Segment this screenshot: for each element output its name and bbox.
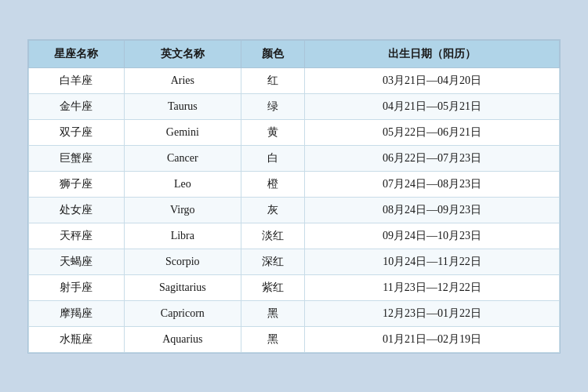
cell-date-8: 11月23日—12月22日 xyxy=(305,274,560,300)
cell-cn-0: 白羊座 xyxy=(29,67,125,93)
cell-color-7: 深红 xyxy=(241,249,304,274)
cell-cn-5: 处女座 xyxy=(29,197,125,223)
cell-color-1: 绿 xyxy=(241,93,304,119)
cell-cn-7: 天蝎座 xyxy=(29,249,125,274)
table-row: 天蝎座Scorpio深红10月24日—11月22日 xyxy=(29,249,560,274)
cell-en-1: Taurus xyxy=(124,93,241,119)
cell-color-0: 红 xyxy=(241,67,304,93)
table-row: 天秤座Libra淡红09月24日—10月23日 xyxy=(29,223,560,249)
table-row: 水瓶座Aquarius黑01月21日—02月19日 xyxy=(29,326,560,352)
zodiac-table: 星座名称 英文名称 颜色 出生日期（阳历） 白羊座Aries红03月21日—04… xyxy=(28,40,560,353)
table-row: 狮子座Leo橙07月24日—08月23日 xyxy=(29,171,560,197)
zodiac-table-wrapper: 星座名称 英文名称 颜色 出生日期（阳历） 白羊座Aries红03月21日—04… xyxy=(27,39,561,354)
cell-color-9: 黑 xyxy=(241,300,304,326)
cell-en-0: Aries xyxy=(124,67,241,93)
cell-cn-1: 金牛座 xyxy=(29,93,125,119)
cell-en-5: Virgo xyxy=(124,197,241,223)
cell-date-3: 06月22日—07月23日 xyxy=(305,145,560,171)
table-row: 金牛座Taurus绿04月21日—05月21日 xyxy=(29,93,560,119)
cell-color-8: 紫红 xyxy=(241,274,304,300)
cell-date-0: 03月21日—04月20日 xyxy=(305,67,560,93)
cell-cn-6: 天秤座 xyxy=(29,223,125,249)
cell-en-10: Aquarius xyxy=(124,326,241,352)
table-row: 巨蟹座Cancer白06月22日—07月23日 xyxy=(29,145,560,171)
cell-en-7: Scorpio xyxy=(124,249,241,274)
cell-cn-8: 射手座 xyxy=(29,274,125,300)
cell-en-6: Libra xyxy=(124,223,241,249)
cell-cn-4: 狮子座 xyxy=(29,171,125,197)
header-color: 颜色 xyxy=(241,40,304,67)
cell-color-2: 黄 xyxy=(241,119,304,145)
cell-color-6: 淡红 xyxy=(241,223,304,249)
cell-date-2: 05月22日—06月21日 xyxy=(305,119,560,145)
cell-cn-3: 巨蟹座 xyxy=(29,145,125,171)
cell-en-3: Cancer xyxy=(124,145,241,171)
table-row: 处女座Virgo灰08月24日—09月23日 xyxy=(29,197,560,223)
cell-date-6: 09月24日—10月23日 xyxy=(305,223,560,249)
cell-en-2: Gemini xyxy=(124,119,241,145)
cell-color-3: 白 xyxy=(241,145,304,171)
cell-en-4: Leo xyxy=(124,171,241,197)
table-row: 双子座Gemini黄05月22日—06月21日 xyxy=(29,119,560,145)
header-cn: 星座名称 xyxy=(29,40,125,67)
cell-color-5: 灰 xyxy=(241,197,304,223)
cell-date-10: 01月21日—02月19日 xyxy=(305,326,560,352)
cell-color-4: 橙 xyxy=(241,171,304,197)
cell-cn-10: 水瓶座 xyxy=(29,326,125,352)
table-row: 射手座Sagittarius紫红11月23日—12月22日 xyxy=(29,274,560,300)
cell-date-9: 12月23日—01月22日 xyxy=(305,300,560,326)
cell-date-5: 08月24日—09月23日 xyxy=(305,197,560,223)
cell-en-9: Capricorn xyxy=(124,300,241,326)
table-body: 白羊座Aries红03月21日—04月20日金牛座Taurus绿04月21日—0… xyxy=(29,67,560,352)
cell-date-4: 07月24日—08月23日 xyxy=(305,171,560,197)
table-header-row: 星座名称 英文名称 颜色 出生日期（阳历） xyxy=(29,40,560,67)
header-en: 英文名称 xyxy=(124,40,241,67)
cell-cn-9: 摩羯座 xyxy=(29,300,125,326)
header-date: 出生日期（阳历） xyxy=(305,40,560,67)
cell-color-10: 黑 xyxy=(241,326,304,352)
cell-date-7: 10月24日—11月22日 xyxy=(305,249,560,274)
cell-date-1: 04月21日—05月21日 xyxy=(305,93,560,119)
cell-cn-2: 双子座 xyxy=(29,119,125,145)
cell-en-8: Sagittarius xyxy=(124,274,241,300)
table-row: 摩羯座Capricorn黑12月23日—01月22日 xyxy=(29,300,560,326)
table-row: 白羊座Aries红03月21日—04月20日 xyxy=(29,67,560,93)
